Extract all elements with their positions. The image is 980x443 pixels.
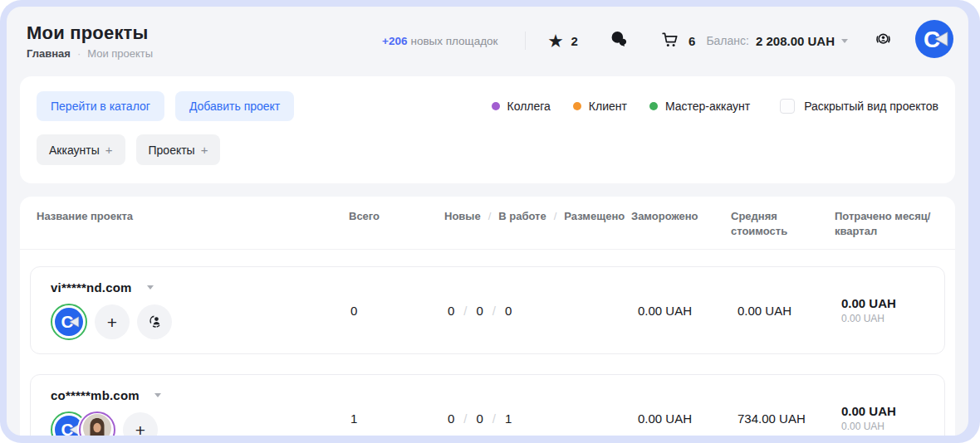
avg-cost-value: 0.00 UAH (726, 304, 830, 318)
column-header-statuses: Новые / В работе / Размещено (439, 209, 626, 224)
toolbar-row-actions: Перейти в каталог Добавить проект Коллег… (37, 91, 938, 121)
cart-icon (660, 30, 680, 52)
spent-quarter-value: 0.00 UAH (841, 313, 944, 324)
favorites-counter[interactable]: ★ 2 (549, 33, 578, 49)
breadcrumb: Главная · Мои проекты (27, 47, 382, 60)
spent-month-value: 0.00 UAH (841, 296, 944, 310)
top-header: Мои проекты Главная · Мои проекты +206но… (7, 7, 968, 68)
accounts-filter-label: Аккаунты (49, 144, 100, 157)
plus-icon: + (105, 143, 113, 157)
slash-separator: / (492, 411, 496, 426)
legend-client: Клиент (573, 100, 627, 113)
table-body: vi*****nd.com C + (20, 250, 955, 436)
slash-separator: / (463, 411, 467, 426)
legend-colleague: Коллега (492, 100, 551, 113)
breadcrumb-separator: · (77, 47, 81, 60)
statuses-value: 0 / 0 / 1 (439, 411, 626, 426)
chevron-down-icon (147, 285, 154, 290)
toolbar-row-filters: Аккаунты + Проекты + (37, 134, 938, 165)
balance-value: 2 208.00 UAH (756, 34, 835, 48)
avg-cost-value: 734.00 UAH (726, 411, 830, 426)
go-to-catalog-button[interactable]: Перейти в каталог (37, 91, 164, 121)
projects-filter-chip[interactable]: Проекты + (136, 134, 221, 165)
new-platforms-count: +206 (382, 35, 407, 47)
column-header-name: Название проекта (37, 209, 344, 224)
spent-cell: 0.00 UAH 0.00 UAH (830, 404, 944, 432)
chevron-down-icon (841, 39, 848, 43)
placed-value: 1 (505, 411, 512, 426)
slash-separator: / (488, 209, 492, 224)
profile-avatar[interactable]: C (915, 20, 953, 61)
add-project-button[interactable]: Добавить проект (175, 91, 294, 121)
breadcrumb-current: Мои проекты (87, 47, 153, 60)
project-name-dropdown[interactable]: co*****mb.com (51, 388, 344, 402)
client-dot-icon (573, 102, 581, 110)
projects-table-card: Название проекта Всего Новые / В работе … (20, 197, 955, 436)
projects-filter-label: Проекты (149, 144, 195, 157)
breadcrumb-home-link[interactable]: Главная (27, 47, 71, 60)
colleague-avatar[interactable] (79, 411, 115, 436)
add-account-button[interactable]: + (123, 412, 158, 436)
role-legend: Коллега Клиент Мастер-аккаунт (492, 100, 751, 113)
project-name: vi*****nd.com (51, 280, 132, 295)
balance-dropdown[interactable]: Баланс: 2 208.00 UAH (706, 34, 848, 48)
legend-master-account-label: Мастер-аккаунт (665, 100, 750, 113)
app-container: Мои проекты Главная · Мои проекты +206но… (7, 7, 968, 436)
table-header-row: Название проекта Всего Новые / В работе … (20, 197, 955, 250)
chat-icon (610, 30, 629, 51)
column-header-total: Всего (344, 209, 439, 224)
page-title: Мои проекты (27, 22, 382, 44)
column-header-spent: Потрачено месяц/квартал (830, 209, 938, 238)
column-header-placed: Размещено (564, 209, 625, 224)
title-block: Мои проекты Главная · Мои проекты (27, 22, 382, 60)
legend-colleague-label: Коллега (507, 100, 551, 113)
column-header-new: Новые (444, 209, 481, 224)
toolbar-card: Перейти в каталог Добавить проект Коллег… (20, 76, 955, 183)
new-value: 0 (448, 411, 454, 426)
legend-client-label: Клиент (589, 100, 627, 113)
frozen-value: 0.00 UAH (626, 411, 726, 426)
slash-separator: / (492, 304, 496, 318)
in-progress-value: 0 (477, 304, 483, 318)
expanded-view-checkbox[interactable] (780, 99, 795, 114)
frozen-value: 0.00 UAH (626, 304, 726, 318)
in-progress-value: 0 (477, 411, 483, 426)
new-platforms-label: новых площадок (410, 35, 497, 47)
project-cell: vi*****nd.com C + (51, 280, 344, 340)
star-icon: ★ (549, 33, 563, 49)
column-header-frozen: Заморожено (626, 209, 726, 224)
add-account-button[interactable]: + (95, 304, 130, 339)
header-divider (525, 32, 526, 50)
expanded-view-label: Раскрытый вид проектов (804, 100, 938, 113)
messages-button[interactable] (610, 30, 629, 51)
total-value: 1 (344, 411, 439, 426)
project-name-dropdown[interactable]: vi*****nd.com (51, 280, 344, 295)
column-header-in-progress: В работе (498, 209, 546, 224)
column-header-avg-cost: Средняя стоимость (726, 209, 830, 238)
project-avatars: C + (51, 304, 344, 340)
new-platforms-link[interactable]: +206новых площадок (382, 35, 498, 47)
expanded-view-toggle[interactable]: Раскрытый вид проектов (780, 99, 938, 114)
notifications-button[interactable] (873, 29, 894, 53)
cart-count: 6 (688, 34, 695, 48)
slash-separator: / (554, 209, 557, 224)
statuses-value: 0 / 0 / 0 (439, 304, 626, 318)
accounts-filter-chip[interactable]: Аккаунты + (37, 134, 125, 165)
transfer-project-button[interactable] (137, 304, 172, 339)
master-account-avatar[interactable]: C (51, 304, 87, 340)
project-avatars: C + (51, 411, 344, 436)
cart-counter[interactable]: 6 (660, 30, 695, 52)
project-row: vi*****nd.com C + (30, 266, 945, 354)
project-row: co*****mb.com C (30, 374, 945, 436)
balance-label: Баланс: (706, 34, 749, 47)
spent-cell: 0.00 UAH 0.00 UAH (830, 296, 944, 324)
spent-month-value: 0.00 UAH (841, 404, 944, 418)
project-cell: co*****mb.com C (51, 388, 344, 436)
total-value: 0 (344, 304, 439, 318)
legend-master-account: Мастер-аккаунт (649, 100, 750, 113)
slash-separator: / (463, 304, 467, 318)
svg-text:C: C (61, 420, 73, 436)
colleague-dot-icon (492, 102, 500, 110)
spent-quarter-value: 0.00 UAH (841, 421, 944, 432)
placed-value: 0 (505, 304, 512, 318)
